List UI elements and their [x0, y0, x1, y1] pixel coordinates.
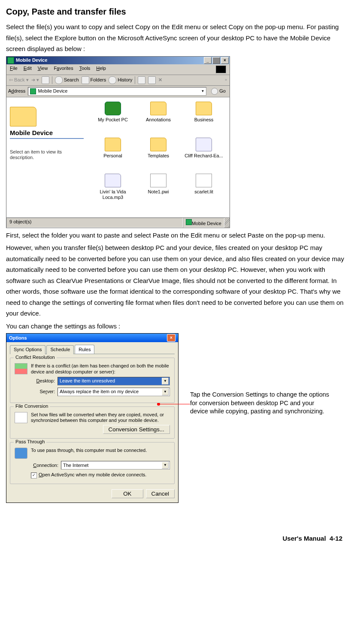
paragraph-4: You can change the settings as follows : [6, 321, 345, 332]
address-bar: Address Mobile Device ▼ Go [6, 86, 230, 97]
address-label: Address [8, 88, 25, 94]
annotation-pointer [179, 403, 190, 406]
server-combo[interactable]: Always replace the item on my device▼ [57, 388, 170, 396]
minimize-button[interactable]: _ [204, 57, 212, 64]
conflict-desc: If there is a conflict (an item has been… [31, 363, 170, 374]
history-button[interactable]: History [109, 76, 132, 84]
desktop-label: Desktop: [31, 378, 55, 384]
group-legend: Conflict Resolution [14, 355, 57, 360]
tab-rules[interactable]: Rules [75, 345, 94, 354]
file-label: Livin' la Vida Loca.mp3 [91, 189, 134, 200]
conversion-desc: Set how files will be converted when the… [31, 412, 170, 423]
file-item[interactable]: My Pocket PC [91, 102, 134, 135]
brand-logo [216, 66, 226, 73]
status-bar: 9 object(s) Mobile Device [6, 217, 230, 228]
go-icon [211, 88, 218, 95]
file-item[interactable]: Personal [91, 138, 134, 171]
file-item[interactable]: Templates [137, 138, 180, 171]
close-button[interactable]: × [221, 57, 229, 64]
dropdown-icon: ▼ [162, 388, 169, 395]
menu-view[interactable]: View [38, 66, 48, 73]
file-item[interactable]: Livin' la Vida Loca.mp3 [91, 174, 134, 207]
file-label: Cliff Rechard-Ea... [182, 153, 225, 159]
server-label: Server: [31, 389, 55, 394]
monitor-icon [15, 448, 27, 459]
checkbox-icon: ✓ [31, 472, 37, 478]
tool-icon-2[interactable] [148, 76, 156, 84]
dialog-title: Options [9, 335, 27, 341]
back-button[interactable]: ⇦ Back ▾ [9, 77, 29, 83]
file-grid: My Pocket PC Annotations Business Person… [87, 97, 230, 217]
folders-icon [82, 76, 89, 84]
address-icon [30, 88, 36, 94]
folder-icon [105, 138, 121, 151]
tool-icon-1[interactable] [138, 76, 145, 84]
conversion-settings-button[interactable]: Conversion Settings... [103, 425, 170, 434]
window-titlebar: Mobile Device _ □ × [6, 57, 230, 64]
group-pass-through: Pass Through To use pass through, this c… [10, 442, 175, 484]
file-label: Personal [91, 153, 134, 159]
group-file-conversion: File Conversion Set how files will be co… [10, 406, 175, 439]
forward-button[interactable]: ➔ ▾ [31, 77, 39, 83]
paragraph-3: However, when you transfer file(s) betwe… [6, 242, 345, 319]
toolbar-overflow[interactable]: » [225, 78, 227, 82]
group-legend: File Conversion [14, 403, 50, 409]
folder-icon [196, 102, 212, 115]
tab-schedule[interactable]: Schedule [46, 345, 74, 354]
connection-combo[interactable]: The Internet▼ [61, 461, 170, 469]
file-label: scarlet.lit [182, 189, 225, 195]
annotation-text: Tap the Conversion Settings to change th… [190, 391, 332, 416]
open-activesync-checkbox-row[interactable]: ✓Open ActiveSync when my mobile device c… [31, 472, 170, 478]
group-conflict-resolution: Conflict Resolution If there is a confli… [10, 358, 175, 403]
menu-edit[interactable]: Edit [24, 66, 32, 73]
status-icon [186, 219, 192, 225]
side-description: Select an item to view its description. [10, 149, 84, 160]
paragraph-2: First, select the folder you want to pas… [6, 230, 345, 241]
file-label: My Pocket PC [91, 117, 134, 123]
file-item[interactable]: scarlet.lit [182, 174, 225, 207]
dialog-titlebar: Options × [6, 334, 178, 342]
side-panel: Mobile Device Select an item to view its… [6, 97, 87, 217]
document-icon [150, 174, 166, 187]
go-button[interactable]: Go [209, 87, 228, 96]
tab-strip: Sync Options Schedule Rules [10, 345, 175, 354]
menu-file[interactable]: File [10, 66, 18, 73]
search-icon [55, 76, 63, 84]
file-item[interactable]: Business [182, 102, 225, 135]
folders-button[interactable]: Folders [82, 76, 106, 84]
resize-grip[interactable] [224, 218, 230, 228]
menu-help[interactable]: Help [96, 66, 106, 73]
cancel-button[interactable]: Cancel [146, 489, 175, 498]
address-dropdown-icon[interactable]: ▼ [201, 89, 204, 93]
up-icon[interactable] [42, 76, 49, 84]
audio-icon [196, 138, 212, 151]
app-icon [196, 174, 212, 187]
page-heading: Copy, Paste and transfer files [6, 4, 345, 19]
window-icon [7, 57, 14, 64]
folder-icon [150, 138, 166, 151]
conflict-icon [15, 363, 27, 374]
search-button[interactable]: Search [55, 76, 79, 84]
address-input[interactable]: Mobile Device ▼ [28, 87, 206, 96]
file-item[interactable]: Cliff Rechard-Ea... [182, 138, 225, 171]
ok-button[interactable]: OK [112, 489, 143, 498]
dropdown-icon: ▼ [162, 378, 169, 385]
menu-tools[interactable]: Tools [79, 66, 91, 73]
file-item[interactable]: Note1.pwi [137, 174, 180, 207]
status-left: 9 object(s) [6, 218, 183, 228]
tab-sync-options[interactable]: Sync Options [10, 345, 45, 354]
desktop-combo[interactable]: Leave the item unresolved▼ [57, 377, 170, 385]
audio-icon [105, 174, 121, 187]
maximize-button[interactable]: □ [212, 57, 220, 64]
delete-icon[interactable]: ✕ [158, 77, 162, 83]
side-title: Mobile Device [10, 129, 84, 139]
menu-favorites[interactable]: Favorites [54, 66, 73, 73]
connection-label: Connection: [31, 463, 58, 468]
options-dialog: Options × Sync Options Schedule Rules Co… [6, 333, 179, 503]
group-legend: Pass Through [14, 439, 46, 445]
status-right: Mobile Device [183, 218, 224, 228]
address-value: Mobile Device [38, 88, 67, 94]
dialog-close-button[interactable]: × [167, 334, 176, 342]
window-title: Mobile Device [16, 57, 47, 63]
file-item[interactable]: Annotations [137, 102, 180, 135]
